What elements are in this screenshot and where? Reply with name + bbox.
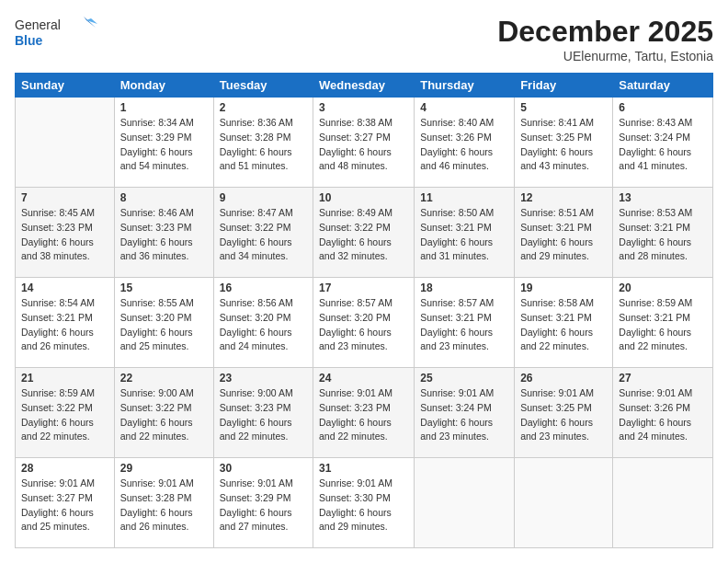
weekday-header-row: Sunday Monday Tuesday Wednesday Thursday… bbox=[16, 74, 713, 98]
header-tuesday: Tuesday bbox=[213, 74, 313, 98]
day-number: 9 bbox=[220, 191, 307, 204]
day-cell: 4 Sunrise: 8:40 AMSunset: 3:26 PMDayligh… bbox=[415, 98, 515, 188]
day-number: 15 bbox=[120, 282, 208, 294]
day-number: 27 bbox=[619, 372, 707, 385]
week-row-4: 28 Sunrise: 9:01 AMSunset: 3:27 PMDaylig… bbox=[16, 458, 713, 548]
day-info: Sunrise: 9:01 AMSunset: 3:24 PMDaylight:… bbox=[420, 387, 494, 442]
day-number: 5 bbox=[520, 101, 607, 114]
day-cell bbox=[16, 98, 115, 188]
header-friday: Friday bbox=[515, 74, 613, 98]
svg-text:General: General bbox=[15, 17, 61, 32]
day-info: Sunrise: 9:00 AMSunset: 3:22 PMDaylight:… bbox=[120, 387, 194, 442]
day-number: 20 bbox=[619, 282, 707, 294]
day-cell: 17 Sunrise: 8:57 AMSunset: 3:20 PMDaylig… bbox=[313, 278, 415, 368]
day-cell: 7 Sunrise: 8:45 AMSunset: 3:23 PMDayligh… bbox=[16, 188, 115, 278]
day-info: Sunrise: 8:41 AMSunset: 3:25 PMDaylight:… bbox=[520, 117, 594, 171]
day-number: 22 bbox=[120, 372, 208, 385]
day-cell: 14 Sunrise: 8:54 AMSunset: 3:21 PMDaylig… bbox=[16, 278, 115, 368]
day-info: Sunrise: 8:46 AMSunset: 3:23 PMDaylight:… bbox=[120, 207, 194, 261]
day-info: Sunrise: 9:01 AMSunset: 3:30 PMDaylight:… bbox=[319, 477, 392, 532]
day-cell: 15 Sunrise: 8:55 AMSunset: 3:20 PMDaylig… bbox=[114, 278, 213, 368]
logo-svg: General Blue bbox=[15, 15, 97, 53]
day-number: 31 bbox=[319, 462, 408, 475]
week-row-0: 1 Sunrise: 8:34 AMSunset: 3:29 PMDayligh… bbox=[16, 98, 713, 188]
day-cell: 2 Sunrise: 8:36 AMSunset: 3:28 PMDayligh… bbox=[213, 98, 313, 188]
day-info: Sunrise: 9:01 AMSunset: 3:23 PMDaylight:… bbox=[319, 387, 392, 442]
svg-text:Blue: Blue bbox=[15, 33, 43, 48]
day-cell: 20 Sunrise: 8:59 AMSunset: 3:21 PMDaylig… bbox=[613, 278, 713, 368]
day-info: Sunrise: 8:54 AMSunset: 3:21 PMDaylight:… bbox=[21, 297, 95, 351]
day-cell bbox=[415, 458, 515, 548]
day-info: Sunrise: 9:01 AMSunset: 3:27 PMDaylight:… bbox=[21, 477, 95, 532]
day-cell: 25 Sunrise: 9:01 AMSunset: 3:24 PMDaylig… bbox=[415, 368, 515, 458]
day-cell: 31 Sunrise: 9:01 AMSunset: 3:30 PMDaylig… bbox=[313, 458, 415, 548]
logo: General Blue bbox=[15, 15, 97, 53]
day-number: 7 bbox=[21, 191, 108, 204]
day-info: Sunrise: 8:59 AMSunset: 3:21 PMDaylight:… bbox=[619, 297, 692, 351]
day-number: 11 bbox=[420, 191, 508, 204]
day-info: Sunrise: 8:34 AMSunset: 3:29 PMDaylight:… bbox=[120, 117, 194, 171]
day-cell: 9 Sunrise: 8:47 AMSunset: 3:22 PMDayligh… bbox=[213, 188, 313, 278]
day-number: 28 bbox=[21, 462, 108, 475]
header: General Blue December 2025 UElenurme, Ta… bbox=[15, 15, 713, 63]
day-cell: 28 Sunrise: 9:01 AMSunset: 3:27 PMDaylig… bbox=[16, 458, 115, 548]
week-row-2: 14 Sunrise: 8:54 AMSunset: 3:21 PMDaylig… bbox=[16, 278, 713, 368]
page: General Blue December 2025 UElenurme, Ta… bbox=[0, 0, 728, 563]
header-wednesday: Wednesday bbox=[313, 74, 415, 98]
day-cell bbox=[515, 458, 613, 548]
header-monday: Monday bbox=[114, 74, 213, 98]
day-cell: 19 Sunrise: 8:58 AMSunset: 3:21 PMDaylig… bbox=[515, 278, 613, 368]
day-info: Sunrise: 8:45 AMSunset: 3:23 PMDaylight:… bbox=[21, 207, 95, 261]
day-cell: 8 Sunrise: 8:46 AMSunset: 3:23 PMDayligh… bbox=[114, 188, 213, 278]
day-info: Sunrise: 9:01 AMSunset: 3:25 PMDaylight:… bbox=[520, 387, 594, 442]
day-number: 18 bbox=[420, 282, 508, 294]
day-number: 14 bbox=[21, 282, 108, 294]
day-number: 21 bbox=[21, 372, 108, 385]
day-cell: 10 Sunrise: 8:49 AMSunset: 3:22 PMDaylig… bbox=[313, 188, 415, 278]
week-row-1: 7 Sunrise: 8:45 AMSunset: 3:23 PMDayligh… bbox=[16, 188, 713, 278]
day-cell: 16 Sunrise: 8:56 AMSunset: 3:20 PMDaylig… bbox=[213, 278, 313, 368]
day-cell: 6 Sunrise: 8:43 AMSunset: 3:24 PMDayligh… bbox=[613, 98, 713, 188]
day-cell bbox=[613, 458, 713, 548]
day-info: Sunrise: 8:36 AMSunset: 3:28 PMDaylight:… bbox=[220, 117, 293, 171]
day-info: Sunrise: 8:40 AMSunset: 3:26 PMDaylight:… bbox=[420, 117, 494, 171]
header-sunday: Sunday bbox=[16, 74, 115, 98]
day-number: 17 bbox=[319, 282, 408, 294]
day-cell: 21 Sunrise: 8:59 AMSunset: 3:22 PMDaylig… bbox=[16, 368, 115, 458]
day-number: 23 bbox=[220, 372, 307, 385]
day-info: Sunrise: 8:51 AMSunset: 3:21 PMDaylight:… bbox=[520, 207, 594, 261]
day-cell: 30 Sunrise: 9:01 AMSunset: 3:29 PMDaylig… bbox=[213, 458, 313, 548]
day-info: Sunrise: 9:01 AMSunset: 3:28 PMDaylight:… bbox=[120, 477, 194, 532]
day-info: Sunrise: 8:57 AMSunset: 3:21 PMDaylight:… bbox=[420, 297, 494, 351]
day-number: 19 bbox=[520, 282, 607, 294]
day-number: 29 bbox=[120, 462, 208, 475]
day-info: Sunrise: 8:43 AMSunset: 3:24 PMDaylight:… bbox=[619, 117, 692, 171]
location-title: UElenurme, Tartu, Estonia bbox=[497, 49, 713, 63]
day-info: Sunrise: 8:49 AMSunset: 3:22 PMDaylight:… bbox=[319, 207, 392, 261]
day-info: Sunrise: 8:55 AMSunset: 3:20 PMDaylight:… bbox=[120, 297, 194, 351]
day-info: Sunrise: 9:01 AMSunset: 3:26 PMDaylight:… bbox=[619, 387, 692, 442]
day-number: 8 bbox=[120, 191, 208, 204]
day-cell: 27 Sunrise: 9:01 AMSunset: 3:26 PMDaylig… bbox=[613, 368, 713, 458]
day-number: 25 bbox=[420, 372, 508, 385]
day-number: 3 bbox=[319, 101, 408, 114]
day-number: 2 bbox=[220, 101, 307, 114]
title-block: December 2025 UElenurme, Tartu, Estonia bbox=[497, 15, 713, 63]
day-number: 16 bbox=[220, 282, 307, 294]
day-number: 13 bbox=[619, 191, 707, 204]
day-cell: 23 Sunrise: 9:00 AMSunset: 3:23 PMDaylig… bbox=[213, 368, 313, 458]
day-cell: 22 Sunrise: 9:00 AMSunset: 3:22 PMDaylig… bbox=[114, 368, 213, 458]
day-info: Sunrise: 8:56 AMSunset: 3:20 PMDaylight:… bbox=[220, 297, 293, 351]
day-number: 24 bbox=[319, 372, 408, 385]
day-info: Sunrise: 9:00 AMSunset: 3:23 PMDaylight:… bbox=[220, 387, 293, 442]
day-number: 30 bbox=[220, 462, 307, 475]
calendar-table: Sunday Monday Tuesday Wednesday Thursday… bbox=[15, 73, 713, 548]
day-cell: 1 Sunrise: 8:34 AMSunset: 3:29 PMDayligh… bbox=[114, 98, 213, 188]
day-cell: 13 Sunrise: 8:53 AMSunset: 3:21 PMDaylig… bbox=[613, 188, 713, 278]
day-cell: 29 Sunrise: 9:01 AMSunset: 3:28 PMDaylig… bbox=[114, 458, 213, 548]
day-cell: 11 Sunrise: 8:50 AMSunset: 3:21 PMDaylig… bbox=[415, 188, 515, 278]
day-info: Sunrise: 8:53 AMSunset: 3:21 PMDaylight:… bbox=[619, 207, 692, 261]
day-number: 6 bbox=[619, 101, 707, 114]
day-info: Sunrise: 8:50 AMSunset: 3:21 PMDaylight:… bbox=[420, 207, 494, 261]
day-info: Sunrise: 8:47 AMSunset: 3:22 PMDaylight:… bbox=[220, 207, 293, 261]
